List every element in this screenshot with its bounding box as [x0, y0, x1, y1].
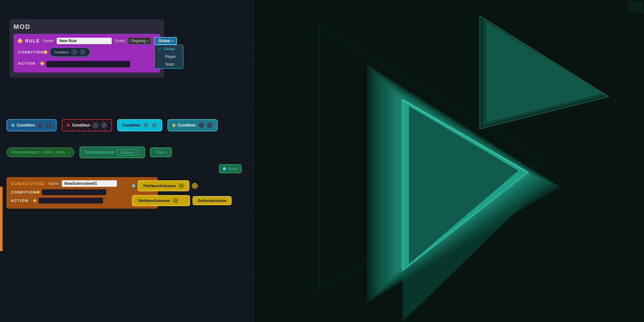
subroutine-name-input[interactable] — [62, 180, 117, 187]
chevron-down-icon: ▾ — [147, 40, 148, 43]
right-panel — [254, 0, 644, 322]
circle-dot-icon — [223, 167, 226, 170]
primary-weapon-block[interactable]: PrimaryWeapon LAMG_Ability ▾ — [6, 147, 74, 157]
condition-row: CONDITION Condition ? # — [18, 47, 156, 57]
diamond-icon — [11, 123, 14, 127]
left-accent-bar — [0, 187, 3, 251]
chevron-down-icon: ▾ — [68, 151, 69, 154]
partial-getvar-block: GetVa — [219, 164, 242, 173]
title-name-subname-block-2[interactable]: TitleNameSubname ? — [132, 195, 190, 206]
diamond-icon — [17, 38, 23, 44]
condition-chip[interactable]: Condition ? # — [50, 47, 90, 57]
get-variable-block[interactable]: GetVariableValue Ongoing ▾ — [80, 147, 145, 158]
condition-section-label: CONDITION — [18, 50, 44, 54]
condition-block-teal[interactable]: Condition ? # — [167, 119, 218, 131]
hash-icon: # — [101, 122, 107, 128]
floating-blocks: Condition ? # Condition ? # Condition ? … — [6, 119, 218, 131]
scope-option-team[interactable]: Team — [155, 61, 183, 68]
chevron-down-icon: ▾ — [165, 151, 166, 154]
title-block-1-row: TitleNameSubname ? ? — [132, 180, 232, 191]
question-icon: ? — [198, 122, 204, 128]
rule-name-input[interactable] — [57, 38, 112, 44]
sub-action-label: ACTION — [11, 199, 33, 203]
sub-condition-bar — [42, 189, 106, 195]
condition-block-blue[interactable]: Condition ? # — [6, 119, 57, 131]
condition-text-blue: Condition — [17, 123, 35, 128]
mod-container: MOD RULE Name Event Ongoing ▾ Global ▾ — [10, 19, 164, 78]
chevron-down-icon: ▾ — [172, 40, 173, 43]
rule-block: RULE Name Event Ongoing ▾ Global ▾ — [14, 34, 160, 72]
condition-text-cyan: Condition — [122, 123, 140, 128]
sub-condition-label: CONDITION — [11, 190, 37, 194]
title-block-2-row: TitleNameSubname ? GetVariableValue — [132, 195, 232, 206]
title-name-subname-block-1[interactable]: TitleNameSubname ? — [138, 180, 189, 191]
ongoing-dropdown-button[interactable]: Ongoing ▾ — [117, 149, 140, 156]
question-icon-2: ? — [192, 183, 198, 189]
hash-icon: # — [46, 122, 52, 128]
condition-diamond-icon — [43, 50, 48, 54]
rule-header: RULE Name Event Ongoing ▾ Global ▾ — [18, 37, 156, 45]
condition-block-cyan[interactable]: Condition ? # — [117, 119, 162, 131]
subroutine-label: SUBROUTINE — [11, 181, 45, 186]
condition-text-teal: Condition — [178, 123, 196, 128]
action-bar — [46, 61, 130, 67]
scope-dropdown-menu: ✓ Global Player Team — [154, 45, 183, 69]
question-icon: ? — [173, 198, 178, 204]
condition-text-red: Condition — [72, 123, 90, 128]
sub-action-bar — [39, 198, 103, 204]
partial-getvar-text: GetVa — [228, 167, 238, 171]
left-panel: MOD RULE Name Event Ongoing ▾ Global ▾ — [0, 0, 254, 322]
variable-blocks-row: PrimaryWeapon LAMG_Ability ▾ GetVariable… — [6, 147, 172, 158]
scope-option-global[interactable]: ✓ Global — [155, 45, 183, 53]
yellow-blocks-container: TitleNameSubname ? ? TitleNameSubname ? … — [132, 180, 232, 206]
get-variable-value-block[interactable]: GetVariableValue — [193, 196, 232, 205]
rule-label: RULE — [25, 38, 40, 43]
subroutine-name-label: Name — [48, 181, 59, 186]
mod-title: MOD — [14, 23, 160, 31]
true-dropdown-button[interactable]: True ▾ — [150, 147, 171, 157]
event-dropdown-button[interactable]: Ongoing ▾ — [128, 37, 151, 44]
hash-icon: # — [207, 122, 213, 128]
hash-icon: # — [151, 122, 157, 128]
sub-action-diamond — [33, 199, 36, 202]
scope-dropdown-container[interactable]: Global ▾ ✓ Global Player — [154, 37, 176, 45]
check-icon: ✓ — [158, 47, 162, 51]
question-icon: ? — [71, 49, 77, 55]
rule-name-label: Name — [43, 39, 53, 43]
question-icon: ? — [37, 122, 43, 128]
diamond-icon — [172, 123, 175, 127]
subroutine-container: SUBROUTINE Name CONDITION ACTION — [6, 177, 158, 210]
connect-dot-icon — [132, 184, 135, 187]
action-diamond-icon — [40, 61, 44, 66]
rule-event-label: Event — [115, 39, 125, 43]
diamond-icon — [66, 123, 70, 127]
sub-condition-diamond — [36, 190, 40, 194]
action-section-label: ACTION — [18, 62, 41, 65]
question-icon: ? — [143, 122, 149, 128]
condition-block-red[interactable]: Condition ? # — [62, 119, 112, 131]
question-icon: ? — [93, 122, 99, 128]
scope-dropdown-button[interactable]: Global ▾ — [154, 37, 176, 45]
chevron-down-icon: ▾ — [135, 151, 137, 154]
hash-icon: # — [80, 49, 86, 55]
triangle-graphic — [254, 0, 644, 322]
question-icon: ? — [178, 183, 184, 189]
scope-option-player[interactable]: Player — [155, 53, 183, 61]
svg-rect-29 — [630, 2, 642, 11]
action-row: ACTION — [18, 60, 156, 67]
